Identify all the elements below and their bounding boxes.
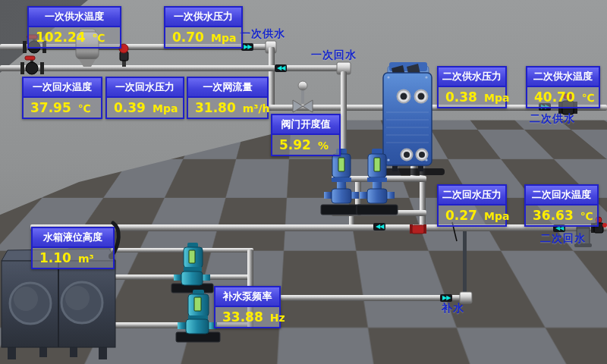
gauge-secondary-supply-pressure: 二次供水压力 0.38 Mpa xyxy=(437,66,507,108)
gauge-primary-supply-temp: 一次供水温度 102.24 ℃ xyxy=(27,6,121,49)
gauge-value: 5.92 xyxy=(279,137,311,152)
gauge-title: 水箱液位高度 xyxy=(33,228,113,248)
gauge-valve-opening: 阀门开度值 5.92 % xyxy=(271,114,341,156)
gauge-title: 一次回水压力 xyxy=(107,78,183,98)
gauge-primary-return-pressure: 一次回水压力 0.39 Mpa xyxy=(105,77,184,119)
gauge-unit: Hz xyxy=(270,312,285,324)
gauge-unit: Mpa xyxy=(211,32,236,44)
gauge-value: 33.88 xyxy=(222,309,263,325)
gauge-title: 二次供水压力 xyxy=(439,67,505,87)
gauge-value: 37.95 xyxy=(30,100,71,115)
gauge-title: 阀门开度值 xyxy=(272,115,339,135)
gauge-title: 一次供水压力 xyxy=(165,8,241,27)
pipe-label-primary-return: 一次回水 xyxy=(311,49,357,62)
pipe-label-primary-supply: 一次供水 xyxy=(240,27,285,41)
gauge-value: 0.38 xyxy=(445,89,477,105)
gauge-secondary-return-temp: 二次回水温度 36.63 ℃ xyxy=(524,184,599,227)
gauge-secondary-supply-temp: 二次供水温度 40.70 ℃ xyxy=(526,66,600,108)
pump-status-indicator xyxy=(338,158,344,171)
gauge-value: 1.10 xyxy=(39,250,71,265)
gauge-unit: Mpa xyxy=(153,102,178,115)
gauge-title: 二次回水压力 xyxy=(439,186,505,206)
gauge-unit: ℃ xyxy=(93,32,105,44)
gauge-secondary-return-pressure: 二次回水压力 0.27 Mpa xyxy=(437,184,507,227)
flow-arrow-right-icon: ▶▶ xyxy=(241,43,253,51)
gauge-makeup-pump-freq: 补水泵频率 33.88 Hz xyxy=(214,286,281,328)
gauge-primary-supply-pressure: 一次供水压力 0.70 Mpa xyxy=(164,6,243,49)
gauge-title: 二次供水温度 xyxy=(527,67,599,87)
gauge-title: 一次回水温度 xyxy=(24,78,101,98)
gauge-unit: m³/h xyxy=(243,102,270,115)
gauge-unit: ℃ xyxy=(580,210,593,222)
gauge-title: 补水泵频率 xyxy=(215,287,279,307)
hmi-heating-station-screen: ▶▶ ◀◀ ▶▶ ◀◀ ◀◀ ▶▶ 一次供水 一次回水 二次供水 二次回水 补水… xyxy=(0,0,607,364)
gauge-value: 31.80 xyxy=(195,100,236,115)
gauge-value: 0.27 xyxy=(445,208,477,223)
pipe-label-makeup: 补水 xyxy=(442,302,464,315)
gauge-title: 一次网流量 xyxy=(188,78,267,98)
gauge-value: 36.63 xyxy=(533,208,574,223)
gauge-primary-return-temp: 一次回水温度 37.95 ℃ xyxy=(22,77,102,119)
check-valve-secondary-return[interactable] xyxy=(410,224,426,234)
gauge-unit: m³ xyxy=(78,253,94,265)
plant-schematic xyxy=(0,0,607,364)
flow-arrow-right-icon: ▶▶ xyxy=(440,294,452,302)
makeup-pipe xyxy=(111,248,472,328)
makeup-riser-pipe xyxy=(463,229,467,296)
gauge-unit: Mpa xyxy=(484,92,509,104)
gate-valve-primary-return[interactable] xyxy=(20,56,44,74)
gauge-unit: ℃ xyxy=(582,92,595,104)
flow-arrow-left-icon: ◀◀ xyxy=(275,64,287,72)
gauge-title: 二次回水温度 xyxy=(526,186,597,206)
gauge-primary-flow: 一次网流量 31.80 m³/h xyxy=(187,77,269,119)
pipe-label-secondary-return: 二次回水 xyxy=(540,232,586,246)
pump-status-indicator xyxy=(194,297,201,311)
flow-arrow-left-icon: ◀◀ xyxy=(373,223,385,231)
gauge-value: 0.70 xyxy=(172,30,204,45)
gauge-value: 102.24 xyxy=(36,30,86,45)
pump-status-indicator xyxy=(374,158,380,171)
gauge-unit: ℃ xyxy=(78,102,91,115)
gauge-unit: % xyxy=(318,140,329,152)
gauge-value: 40.70 xyxy=(534,89,575,105)
gauge-value: 0.39 xyxy=(114,100,146,115)
gauge-tank-level: 水箱液位高度 1.10 m³ xyxy=(31,227,115,269)
gauge-unit: Mpa xyxy=(484,210,509,222)
gauge-title: 一次供水温度 xyxy=(29,8,120,27)
pump-status-indicator xyxy=(189,250,195,263)
pipe-label-secondary-supply: 二次供水 xyxy=(530,112,575,126)
